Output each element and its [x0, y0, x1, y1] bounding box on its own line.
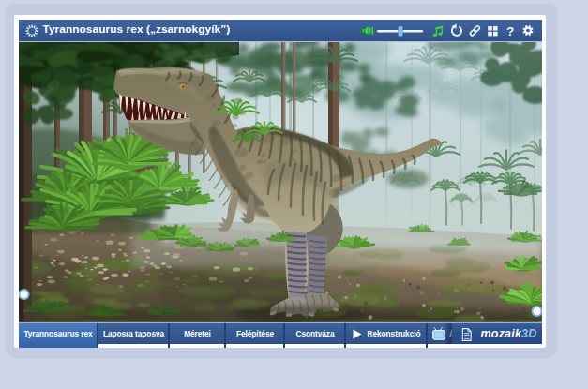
svg-text:?: ? [506, 23, 514, 37]
